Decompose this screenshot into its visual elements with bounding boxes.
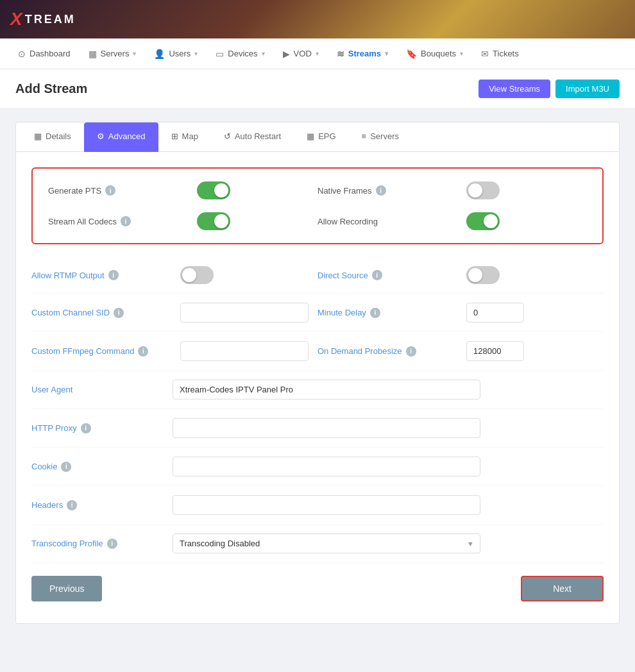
stream-all-codecs-thumb [214,214,228,228]
nav-item-dashboard[interactable]: ⊙ Dashboard [10,45,78,63]
tab-servers-label: Servers [370,131,399,141]
tab-map-label: Map [182,131,198,141]
bouquets-icon: 🔖 [406,49,417,59]
col-right-direct: Direct Source i [318,266,604,284]
custom-ffmpeg-info-icon[interactable]: i [138,346,148,357]
direct-source-label: Direct Source [318,271,368,280]
direct-source-info-icon[interactable]: i [372,270,382,280]
allow-rtmp-thumb [182,268,196,282]
tabs-container: ▦ Details ⚙ Advanced ⊞ Map ↺ Auto Restar… [15,122,620,624]
allow-recording-label: Allow Recording [318,217,378,226]
users-chevron: ▾ [194,50,198,57]
cookie-input[interactable] [173,457,480,476]
nav-item-vod[interactable]: ▶ VOD ▾ [275,45,326,63]
allow-rtmp-toggle[interactable] [180,266,214,284]
generate-pts-info-icon[interactable]: i [105,185,115,196]
nav-label-bouquets: Bouquets [421,49,456,58]
minute-delay-info-icon[interactable]: i [370,308,380,318]
headers-info-icon[interactable]: i [67,500,77,510]
http-proxy-label: HTTP Proxy i [31,423,173,433]
toggle-row-pts-native: Generate PTS i Native Frames i [48,181,587,199]
vod-icon: ▶ [283,49,290,59]
transcoding-profile-wrapper: Transcoding Disabled Profile 1 Profile 2 [173,533,480,553]
view-streams-button[interactable]: View Streams [478,80,550,98]
row-ffmpeg-probesize: Custom FFmpeg Command i On Demand Probes… [31,332,604,371]
page-header: Add Stream View Streams Import M3U [0,69,635,109]
nav-item-bouquets[interactable]: 🔖 Bouquets ▾ [398,45,471,63]
two-col-rtmp: Allow RTMP Output i Direct Source i [31,266,604,284]
row-rtmp-direct: Allow RTMP Output i Direct Source i [31,257,604,294]
tab-epg[interactable]: ▦ EPG [294,122,348,152]
import-m3u-button[interactable]: Import M3U [555,80,620,98]
tab-map[interactable]: ⊞ Map [158,122,211,152]
on-demand-probesize-info-icon[interactable]: i [406,346,416,357]
user-agent-label: User Agent [31,385,173,394]
logo-x: X [10,9,22,29]
highlight-box: Generate PTS i Native Frames i [31,167,604,244]
allow-rtmp-info-icon[interactable]: i [108,270,119,280]
row-channel-sid-minute: Custom Channel SID i Minute Delay i [31,294,604,332]
stream-all-codecs-info-icon[interactable]: i [121,216,131,226]
nav-item-tickets[interactable]: ✉ Tickets [473,45,527,63]
details-tab-icon: ▦ [34,131,42,141]
stream-all-codecs-label: Stream All Codecs [48,217,117,226]
dashboard-icon: ⊙ [18,49,26,59]
servers-icon: ▦ [89,49,97,59]
http-proxy-info-icon[interactable]: i [81,423,91,433]
allow-recording-toggle[interactable] [466,212,500,230]
nav-item-users[interactable]: 👤 Users ▾ [146,45,205,63]
nav-item-servers[interactable]: ▦ Servers ▾ [81,45,144,63]
allow-recording-thumb [484,214,498,228]
stream-all-codecs-toggle[interactable] [197,212,230,230]
stream-all-codecs-label-group: Stream All Codecs i [48,216,189,226]
nav-item-streams[interactable]: ≋ Streams ▾ [329,45,396,63]
native-frames-toggle[interactable] [466,181,500,199]
devices-chevron: ▾ [262,50,265,57]
allow-rtmp-label-group: Allow RTMP Output i [31,270,173,280]
bouquets-chevron: ▾ [460,50,463,57]
top-bar: X TREAM [0,0,635,38]
col-right-probesize: On Demand Probesize i [318,341,604,361]
native-frames-label: Native Frames [318,186,372,196]
nav-label-servers: Servers [101,49,130,58]
col-left-rtmp: Allow RTMP Output i [31,266,318,284]
generate-pts-thumb [214,183,228,197]
native-frames-info-icon[interactable]: i [376,185,386,196]
col-right-recording: Allow Recording [318,212,587,230]
tab-servers[interactable]: ≡ Servers [349,122,412,152]
on-demand-probesize-input[interactable] [466,341,524,361]
two-col-1: Generate PTS i Native Frames i [48,181,587,199]
row-user-agent: User Agent [31,371,604,409]
http-proxy-input[interactable] [173,418,480,438]
custom-channel-sid-info-icon[interactable]: i [114,308,124,318]
auto-restart-tab-icon: ↺ [224,131,231,141]
two-col-sid: Custom Channel SID i Minute Delay i [31,303,604,323]
minute-delay-input[interactable] [466,303,524,323]
previous-button[interactable]: Previous [31,576,102,601]
custom-channel-sid-input[interactable] [180,303,309,323]
nav-item-devices[interactable]: ▭ Devices ▾ [208,45,272,63]
custom-ffmpeg-input[interactable] [180,341,309,361]
generate-pts-toggle[interactable] [197,181,230,199]
epg-tab-icon: ▦ [307,131,314,141]
direct-source-toggle[interactable] [466,266,500,284]
transcoding-profile-info-icon[interactable]: i [107,539,117,549]
on-demand-probesize-label: On Demand Probesize i [318,346,459,357]
minute-delay-label: Minute Delay i [318,308,459,318]
headers-input[interactable] [173,495,480,515]
nav-label-vod: VOD [294,49,312,58]
tab-details[interactable]: ▦ Details [21,122,84,152]
row-headers: Headers i [31,486,604,525]
transcoding-profile-select[interactable]: Transcoding Disabled Profile 1 Profile 2 [173,533,480,553]
logo-text: TREAM [25,13,76,26]
native-frames-thumb [468,183,482,197]
cookie-info-icon[interactable]: i [61,462,71,472]
next-button[interactable]: Next [521,576,604,601]
tab-advanced[interactable]: ⚙ Advanced [84,122,158,152]
user-agent-input[interactable] [173,380,480,399]
nav-label-dashboard: Dashboard [30,49,71,58]
tab-auto-restart[interactable]: ↺ Auto Restart [211,122,294,152]
logo: X TREAM [10,9,76,29]
col-left-ffmpeg: Custom FFmpeg Command i [31,341,318,361]
tab-auto-restart-label: Auto Restart [235,131,281,141]
